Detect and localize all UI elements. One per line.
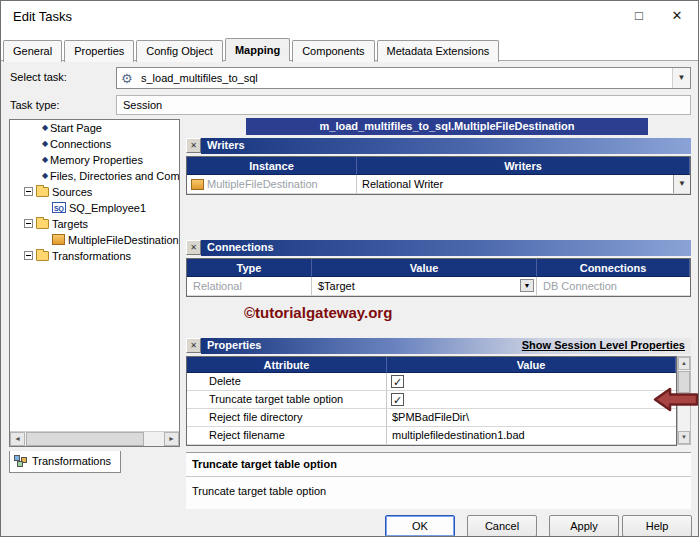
table-row: MultipleFileDestination Relational Write… bbox=[187, 175, 690, 194]
title-bar: Edit Tasks □ ✕ bbox=[1, 1, 698, 31]
properties-header-row: Attribute Value bbox=[187, 357, 676, 373]
apply-button[interactable]: Apply bbox=[549, 515, 619, 537]
attribute-cell: Reject filename bbox=[187, 427, 387, 445]
watermark-text: ©tutorialgateway.org bbox=[244, 304, 392, 321]
show-session-level-properties-link[interactable]: Show Session Level Properties bbox=[522, 338, 685, 354]
writers-table: Instance Writers MultipleFileDestination… bbox=[186, 156, 691, 195]
collapse-section-icon[interactable]: ✕ bbox=[186, 338, 201, 353]
collapse-section-icon[interactable]: ✕ bbox=[186, 240, 201, 255]
help-button[interactable]: Help bbox=[622, 515, 692, 537]
value-cell[interactable]: $PMBadFileDir\ bbox=[387, 409, 676, 427]
tree-item-transformations[interactable]: Transformations bbox=[10, 248, 179, 264]
column-header-value: Value bbox=[312, 259, 537, 277]
tree-item-sq-employee1[interactable]: SQSQ_Employee1 bbox=[10, 200, 179, 216]
chevron-down-icon[interactable]: ▼ bbox=[673, 175, 690, 193]
mapping-object-header: m_load_multifiles_to_sql.MultipleFileDes… bbox=[246, 118, 648, 135]
source-qualifier-icon: SQ bbox=[52, 202, 66, 213]
scroll-down-icon[interactable]: ▼ bbox=[678, 431, 690, 444]
diamond-icon: ◆ bbox=[40, 120, 50, 136]
column-header-connections: Connections bbox=[537, 259, 690, 277]
annotation-arrow bbox=[653, 386, 699, 413]
table-row: Reject filename multiplefiledestination1… bbox=[187, 427, 676, 445]
scroll-right-icon[interactable]: ► bbox=[164, 432, 179, 446]
cancel-button[interactable]: Cancel bbox=[467, 515, 537, 537]
tree-item-sources[interactable]: Sources bbox=[10, 184, 179, 200]
maximize-icon[interactable]: □ bbox=[620, 1, 658, 31]
tree-horizontal-scrollbar[interactable]: ◄ ► bbox=[10, 431, 179, 446]
window-title: Edit Tasks bbox=[13, 9, 72, 24]
writer-instance-cell: MultipleFileDestination bbox=[187, 175, 357, 194]
tree-item-start-page[interactable]: ◆Start Page bbox=[10, 120, 179, 136]
attribute-description-panel: Truncate target table option Truncate ta… bbox=[186, 452, 691, 509]
select-task-value: s_load_multifiles_to_sql bbox=[141, 72, 258, 84]
properties-section-title: Properties bbox=[207, 338, 261, 354]
writers-header-row: Instance Writers bbox=[187, 157, 690, 175]
transformations-bottom-tab[interactable]: Transformations bbox=[9, 451, 121, 473]
attribute-cell: Reject file directory bbox=[187, 409, 387, 427]
target-icon bbox=[52, 234, 65, 245]
scrollbar-thumb[interactable] bbox=[26, 432, 144, 446]
mapping-tree: ◆Start Page ◆Connections ◆Memory Propert… bbox=[9, 119, 180, 447]
folder-icon bbox=[36, 219, 49, 229]
tree-item-memory-properties[interactable]: ◆Memory Properties bbox=[10, 152, 179, 168]
expand-minus-icon[interactable] bbox=[24, 251, 33, 260]
writer-type-cell[interactable]: Relational Writer▼ bbox=[357, 175, 690, 194]
connections-header-row: Type Value Connections bbox=[187, 259, 690, 277]
description-body: Truncate target table option bbox=[186, 477, 691, 505]
tab-properties[interactable]: Properties bbox=[64, 40, 134, 62]
table-row: Relational $Target▼ DB Connection bbox=[187, 277, 690, 296]
ok-button[interactable]: OK bbox=[385, 515, 455, 537]
delete-checkbox[interactable] bbox=[391, 375, 404, 388]
tab-strip: GeneralPropertiesConfig ObjectMappingCom… bbox=[1, 31, 698, 61]
tree-item-multiplefiledestination[interactable]: MultipleFileDestination bbox=[10, 232, 179, 248]
folder-icon bbox=[36, 187, 49, 197]
tree-item-targets[interactable]: Targets bbox=[10, 216, 179, 232]
tab-mapping[interactable]: Mapping bbox=[225, 38, 290, 61]
tree-item-connections[interactable]: ◆Connections bbox=[10, 136, 179, 152]
properties-section-header: ✕ PropertiesShow Session Level Propertie… bbox=[186, 338, 691, 354]
connection-type-cell: Relational bbox=[187, 277, 312, 296]
session-icon: ⚙ bbox=[121, 71, 136, 86]
connection-value-cell[interactable]: $Target▼ bbox=[312, 277, 537, 296]
connections-table: Type Value Connections Relational $Targe… bbox=[186, 258, 691, 297]
attribute-cell: Delete bbox=[187, 373, 387, 391]
expand-minus-icon[interactable] bbox=[24, 187, 33, 196]
value-cell bbox=[387, 391, 676, 409]
folder-icon bbox=[36, 251, 49, 261]
attribute-cell: Truncate target table option bbox=[187, 391, 387, 409]
properties-table: Attribute Value Delete Truncate target t… bbox=[186, 356, 677, 446]
value-cell[interactable]: multiplefiledestination1.bad bbox=[387, 427, 676, 445]
column-header-value: Value bbox=[387, 357, 676, 373]
task-type-field: Session bbox=[116, 95, 691, 115]
table-row: Delete bbox=[187, 373, 676, 391]
column-header-writers: Writers bbox=[357, 157, 690, 175]
description-title: Truncate target table option bbox=[186, 453, 691, 477]
chevron-down-icon[interactable]: ▼ bbox=[672, 68, 690, 88]
close-icon[interactable]: ✕ bbox=[658, 1, 696, 31]
value-cell bbox=[387, 373, 676, 391]
task-type-label: Task type: bbox=[10, 99, 60, 111]
chevron-down-icon[interactable]: ▼ bbox=[520, 279, 534, 292]
collapse-section-icon[interactable]: ✕ bbox=[186, 138, 201, 153]
target-icon bbox=[191, 179, 204, 190]
diamond-icon: ◆ bbox=[40, 136, 50, 152]
connections-section-title: Connections bbox=[201, 240, 691, 256]
writers-section-header: ✕ Writers bbox=[186, 138, 691, 154]
tab-components[interactable]: Components bbox=[292, 40, 374, 62]
scroll-left-icon[interactable]: ◄ bbox=[10, 432, 25, 446]
column-header-type: Type bbox=[187, 259, 312, 277]
tab-metadata-extensions[interactable]: Metadata Extensions bbox=[377, 40, 500, 62]
edit-tasks-dialog: Edit Tasks □ ✕ GeneralPropertiesConfig O… bbox=[0, 0, 699, 537]
select-task-dropdown[interactable]: ⚙ s_load_multifiles_to_sql ▼ bbox=[116, 67, 691, 89]
expand-minus-icon[interactable] bbox=[24, 219, 33, 228]
tree-item-files-directories[interactable]: ◆Files, Directories and Com bbox=[10, 168, 179, 184]
writers-section-title: Writers bbox=[201, 138, 691, 154]
column-header-attribute: Attribute bbox=[187, 357, 387, 373]
truncate-target-table-checkbox[interactable] bbox=[391, 393, 404, 406]
tab-general[interactable]: General bbox=[3, 40, 62, 62]
select-task-label: Select task: bbox=[10, 71, 67, 83]
tab-config-object[interactable]: Config Object bbox=[136, 40, 223, 62]
scroll-up-icon[interactable]: ▲ bbox=[678, 357, 690, 370]
connection-name-cell: DB Connection bbox=[537, 277, 690, 296]
table-row: Reject file directory $PMBadFileDir\ bbox=[187, 409, 676, 427]
